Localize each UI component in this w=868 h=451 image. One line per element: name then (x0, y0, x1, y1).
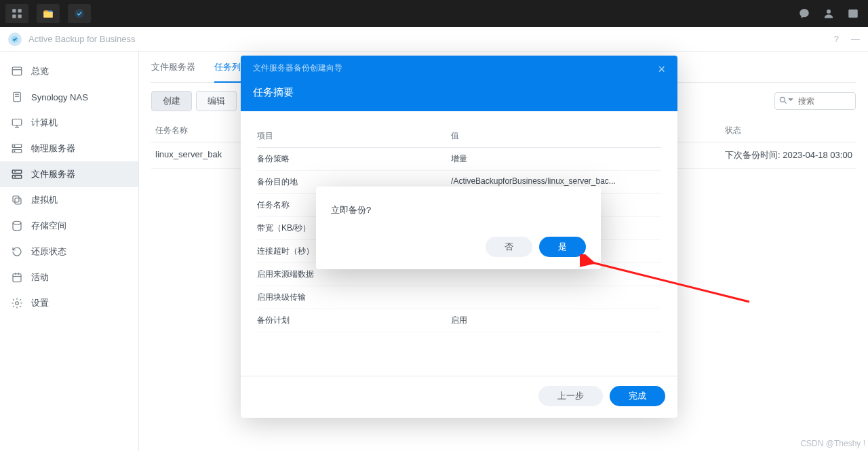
sidebar-item-settings[interactable]: 设置 (0, 290, 138, 316)
taskbar-panel-icon[interactable] (844, 4, 863, 23)
svg-point-27 (13, 221, 21, 224)
confirm-dialog: 立即备份? 否 是 (316, 187, 601, 269)
sidebar-item-label: 设置 (31, 297, 49, 309)
svg-rect-26 (15, 198, 21, 204)
search-wrap (774, 92, 856, 110)
sidebar-item-label: 活动 (31, 271, 49, 283)
svg-rect-9 (848, 9, 858, 18)
sidebar-item-label: Synology NAS (31, 92, 88, 102)
wizard-breadcrumb: 文件服务器备份创建向导 (253, 62, 342, 77)
taskbar-user-icon[interactable] (819, 4, 838, 23)
taskbar-filestation-icon[interactable] (37, 4, 60, 23)
summary-val: 启用 (451, 315, 661, 326)
col-header-status[interactable]: 状态 (721, 125, 856, 136)
create-button[interactable]: 创建 (151, 91, 192, 111)
summary-val (451, 269, 661, 280)
yes-button[interactable]: 是 (539, 237, 586, 257)
minimize-icon[interactable]: — (851, 34, 860, 44)
sidebar-item-server[interactable]: 物理服务器 (0, 136, 138, 161)
svg-rect-2 (12, 15, 16, 18)
wizard-footer: 上一步 完成 (241, 376, 677, 416)
server-icon (11, 142, 23, 155)
app-titlebar: Active Backup for Business ? — (0, 27, 868, 52)
sidebar-item-storage[interactable]: 存储空间 (0, 213, 138, 239)
svg-rect-3 (18, 15, 22, 18)
taskbar-chat-icon[interactable] (795, 4, 814, 23)
svg-rect-1 (18, 9, 22, 12)
sidebar-item-overview[interactable]: 总览 (0, 58, 138, 84)
svg-rect-28 (13, 274, 21, 282)
taskbar-activebackup-icon[interactable] (68, 4, 91, 23)
prev-button[interactable]: 上一步 (538, 386, 603, 406)
cell-status: 下次备份时间: 2023-04-18 03:00 (721, 149, 856, 161)
sidebar-item-label: 计算机 (31, 117, 58, 129)
svg-point-21 (14, 146, 16, 147)
sidebar-item-vm[interactable]: 虚拟机 (0, 187, 138, 213)
restore-icon (11, 246, 23, 258)
summary-key: 启用来源端数据 (257, 269, 451, 280)
svg-rect-0 (12, 9, 16, 12)
svg-rect-11 (12, 67, 22, 75)
svg-rect-16 (12, 119, 22, 125)
wizard-header: 文件服务器备份创建向导 × 任务摘要 (241, 56, 677, 111)
summary-key: 启用块级传输 (257, 292, 451, 303)
gear-icon (11, 297, 23, 309)
confirm-text: 立即备份? (331, 204, 586, 216)
sidebar-item-pc[interactable]: 计算机 (0, 110, 138, 136)
summary-val: 增量 (451, 153, 661, 165)
svg-rect-25 (13, 196, 19, 202)
sidebar-item-label: 物理服务器 (31, 142, 75, 155)
svg-rect-13 (14, 92, 21, 102)
app-logo-icon (8, 33, 22, 46)
svg-point-33 (780, 97, 785, 102)
overview-icon (11, 65, 23, 77)
chevron-down-icon[interactable] (788, 98, 793, 104)
svg-rect-23 (12, 170, 22, 174)
help-icon[interactable]: ? (834, 34, 839, 44)
storage-icon (11, 220, 23, 232)
svg-rect-24 (12, 176, 22, 179)
sidebar-item-activity[interactable]: 活动 (0, 264, 138, 290)
svg-point-7 (75, 9, 84, 18)
app-title: Active Backup for Business (28, 34, 136, 44)
sidebar-item-nas[interactable]: Synology NAS (0, 84, 138, 110)
activity-icon (11, 271, 23, 283)
sidebar: 总览 Synology NAS 计算机 物理服务器 文件服务器 虚拟机 存储空间 (0, 52, 139, 451)
svg-point-32 (16, 302, 19, 305)
svg-point-8 (827, 9, 831, 14)
watermark: CSDN @Theshy ! (800, 439, 865, 448)
done-button[interactable]: 完成 (610, 386, 665, 406)
vm-icon (11, 194, 23, 206)
wizard-title: 任务摘要 (253, 86, 665, 99)
svg-line-34 (785, 102, 787, 104)
summary-col-key: 项目 (257, 130, 451, 142)
summary-key: 备份计划 (257, 315, 451, 326)
taskbar-apps-icon[interactable] (5, 4, 28, 23)
sidebar-item-restore[interactable]: 还原状态 (0, 239, 138, 264)
summary-key: 备份策略 (257, 153, 451, 165)
svg-rect-6 (43, 12, 53, 18)
sidebar-item-label: 还原状态 (31, 246, 66, 258)
sidebar-item-label: 总览 (31, 65, 49, 77)
sidebar-item-fileserver[interactable]: 文件服务器 (0, 161, 138, 187)
summary-val (451, 292, 661, 303)
pc-icon (11, 117, 23, 129)
summary-col-val: 值 (451, 130, 661, 142)
sidebar-item-label: 存储空间 (31, 220, 66, 232)
nas-icon (11, 91, 23, 103)
edit-button[interactable]: 编辑 (196, 91, 237, 111)
os-taskbar (0, 0, 868, 27)
search-icon (778, 96, 788, 105)
no-button[interactable]: 否 (486, 237, 532, 257)
svg-point-22 (14, 151, 16, 152)
sidebar-item-label: 虚拟机 (31, 194, 58, 206)
tab-fileserver[interactable]: 文件服务器 (151, 61, 195, 82)
sidebar-item-label: 文件服务器 (31, 168, 75, 180)
close-icon[interactable]: × (658, 62, 665, 77)
fileserver-icon (11, 168, 23, 180)
